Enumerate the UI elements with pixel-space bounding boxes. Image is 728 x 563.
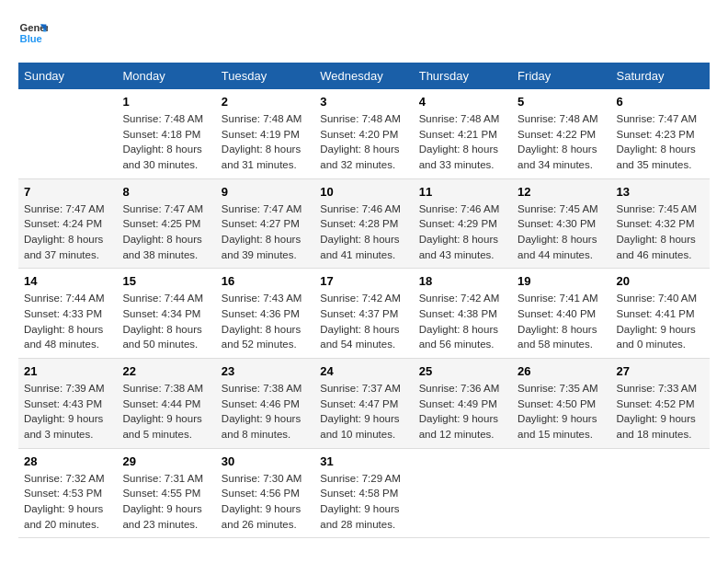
- calendar-cell: 7Sunrise: 7:47 AM Sunset: 4:24 PM Daylig…: [18, 178, 117, 269]
- calendar-cell: 3Sunrise: 7:48 AM Sunset: 4:20 PM Daylig…: [314, 89, 413, 178]
- calendar-cell: 9Sunrise: 7:47 AM Sunset: 4:27 PM Daylig…: [216, 178, 314, 269]
- day-number: 7: [24, 185, 111, 199]
- calendar-cell: 22Sunrise: 7:38 AM Sunset: 4:44 PM Dayli…: [117, 359, 215, 449]
- calendar-cell: 1Sunrise: 7:48 AM Sunset: 4:18 PM Daylig…: [117, 89, 215, 178]
- calendar-table: SundayMondayTuesdayWednesdayThursdayFrid…: [18, 63, 710, 538]
- day-number: 29: [122, 454, 210, 468]
- day-info: Sunrise: 7:46 AM Sunset: 4:28 PM Dayligh…: [320, 201, 407, 263]
- day-number: 31: [320, 454, 407, 468]
- day-info: Sunrise: 7:37 AM Sunset: 4:47 PM Dayligh…: [320, 381, 407, 442]
- day-number: 21: [24, 364, 111, 378]
- day-info: Sunrise: 7:32 AM Sunset: 4:53 PM Dayligh…: [24, 471, 111, 533]
- weekday-header-thursday: Thursday: [414, 63, 512, 89]
- calendar-cell: [611, 448, 710, 538]
- calendar-cell: 24Sunrise: 7:37 AM Sunset: 4:47 PM Dayli…: [314, 359, 413, 449]
- day-number: 6: [617, 95, 704, 109]
- day-number: 18: [419, 274, 506, 288]
- calendar-cell: 28Sunrise: 7:32 AM Sunset: 4:53 PM Dayli…: [18, 448, 117, 538]
- calendar-cell: 26Sunrise: 7:35 AM Sunset: 4:50 PM Dayli…: [512, 359, 610, 449]
- day-info: Sunrise: 7:44 AM Sunset: 4:34 PM Dayligh…: [122, 291, 210, 352]
- day-info: Sunrise: 7:39 AM Sunset: 4:43 PM Dayligh…: [24, 381, 111, 442]
- day-number: 11: [419, 185, 506, 199]
- calendar-cell: 15Sunrise: 7:44 AM Sunset: 4:34 PM Dayli…: [117, 269, 215, 359]
- week-row-4: 21Sunrise: 7:39 AM Sunset: 4:43 PM Dayli…: [18, 359, 710, 449]
- day-info: Sunrise: 7:45 AM Sunset: 4:32 PM Dayligh…: [617, 201, 704, 263]
- day-info: Sunrise: 7:47 AM Sunset: 4:23 PM Dayligh…: [617, 111, 704, 173]
- day-number: 22: [122, 364, 210, 378]
- day-number: 16: [222, 274, 309, 288]
- calendar-cell: 17Sunrise: 7:42 AM Sunset: 4:37 PM Dayli…: [314, 269, 413, 359]
- day-info: Sunrise: 7:33 AM Sunset: 4:52 PM Dayligh…: [617, 381, 704, 442]
- day-info: Sunrise: 7:48 AM Sunset: 4:22 PM Dayligh…: [518, 111, 605, 173]
- weekday-header-wednesday: Wednesday: [314, 63, 413, 89]
- day-info: Sunrise: 7:42 AM Sunset: 4:37 PM Dayligh…: [320, 291, 407, 352]
- day-number: 12: [518, 185, 605, 199]
- calendar-cell: 10Sunrise: 7:46 AM Sunset: 4:28 PM Dayli…: [314, 178, 413, 269]
- day-number: 1: [122, 95, 210, 109]
- svg-text:Blue: Blue: [20, 33, 42, 44]
- calendar-cell: 21Sunrise: 7:39 AM Sunset: 4:43 PM Dayli…: [18, 359, 117, 449]
- calendar-cell: 8Sunrise: 7:47 AM Sunset: 4:25 PM Daylig…: [117, 178, 215, 269]
- day-info: Sunrise: 7:46 AM Sunset: 4:29 PM Dayligh…: [419, 201, 506, 263]
- day-info: Sunrise: 7:38 AM Sunset: 4:44 PM Dayligh…: [122, 381, 210, 442]
- calendar-cell: 27Sunrise: 7:33 AM Sunset: 4:52 PM Dayli…: [611, 359, 710, 449]
- logo-icon: General Blue: [18, 18, 48, 48]
- calendar-cell: 11Sunrise: 7:46 AM Sunset: 4:29 PM Dayli…: [414, 178, 512, 269]
- day-info: Sunrise: 7:48 AM Sunset: 4:20 PM Dayligh…: [320, 111, 407, 173]
- day-number: 26: [518, 364, 605, 378]
- calendar-cell: 23Sunrise: 7:38 AM Sunset: 4:46 PM Dayli…: [216, 359, 314, 449]
- day-info: Sunrise: 7:44 AM Sunset: 4:33 PM Dayligh…: [24, 291, 111, 352]
- day-info: Sunrise: 7:47 AM Sunset: 4:27 PM Dayligh…: [222, 201, 309, 263]
- calendar-cell: 18Sunrise: 7:42 AM Sunset: 4:38 PM Dayli…: [414, 269, 512, 359]
- calendar-cell: 25Sunrise: 7:36 AM Sunset: 4:49 PM Dayli…: [414, 359, 512, 449]
- day-info: Sunrise: 7:31 AM Sunset: 4:55 PM Dayligh…: [122, 471, 210, 533]
- day-number: 27: [617, 364, 704, 378]
- day-info: Sunrise: 7:40 AM Sunset: 4:41 PM Dayligh…: [617, 291, 704, 352]
- day-info: Sunrise: 7:43 AM Sunset: 4:36 PM Dayligh…: [222, 291, 309, 352]
- day-number: 9: [222, 185, 309, 199]
- day-number: 5: [518, 95, 605, 109]
- day-info: Sunrise: 7:47 AM Sunset: 4:25 PM Dayligh…: [122, 201, 210, 263]
- day-number: 20: [617, 274, 704, 288]
- day-info: Sunrise: 7:35 AM Sunset: 4:50 PM Dayligh…: [518, 381, 605, 442]
- day-number: 15: [122, 274, 210, 288]
- calendar-cell: 2Sunrise: 7:48 AM Sunset: 4:19 PM Daylig…: [216, 89, 314, 178]
- calendar-cell: [512, 448, 610, 538]
- calendar-cell: 29Sunrise: 7:31 AM Sunset: 4:55 PM Dayli…: [117, 448, 215, 538]
- week-row-2: 7Sunrise: 7:47 AM Sunset: 4:24 PM Daylig…: [18, 178, 710, 269]
- day-info: Sunrise: 7:45 AM Sunset: 4:30 PM Dayligh…: [518, 201, 605, 263]
- day-number: 19: [518, 274, 605, 288]
- calendar-cell: 16Sunrise: 7:43 AM Sunset: 4:36 PM Dayli…: [216, 269, 314, 359]
- day-info: Sunrise: 7:47 AM Sunset: 4:24 PM Dayligh…: [24, 201, 111, 263]
- logo: General Blue: [18, 18, 51, 48]
- calendar-cell: [414, 448, 512, 538]
- week-row-5: 28Sunrise: 7:32 AM Sunset: 4:53 PM Dayli…: [18, 448, 710, 538]
- weekday-header-sunday: Sunday: [18, 63, 117, 89]
- calendar-cell: 31Sunrise: 7:29 AM Sunset: 4:58 PM Dayli…: [314, 448, 413, 538]
- day-info: Sunrise: 7:29 AM Sunset: 4:58 PM Dayligh…: [320, 471, 407, 533]
- day-number: 10: [320, 185, 407, 199]
- day-info: Sunrise: 7:48 AM Sunset: 4:19 PM Dayligh…: [222, 111, 309, 173]
- calendar-cell: 20Sunrise: 7:40 AM Sunset: 4:41 PM Dayli…: [611, 269, 710, 359]
- calendar-cell: 6Sunrise: 7:47 AM Sunset: 4:23 PM Daylig…: [611, 89, 710, 178]
- calendar-cell: 5Sunrise: 7:48 AM Sunset: 4:22 PM Daylig…: [512, 89, 610, 178]
- weekday-header-friday: Friday: [512, 63, 610, 89]
- day-number: 13: [617, 185, 704, 199]
- day-number: 28: [24, 454, 111, 468]
- day-number: 2: [222, 95, 309, 109]
- day-info: Sunrise: 7:36 AM Sunset: 4:49 PM Dayligh…: [419, 381, 506, 442]
- day-number: 14: [24, 274, 111, 288]
- weekday-header-tuesday: Tuesday: [216, 63, 314, 89]
- calendar-cell: 4Sunrise: 7:48 AM Sunset: 4:21 PM Daylig…: [414, 89, 512, 178]
- day-number: 30: [222, 454, 309, 468]
- day-number: 25: [419, 364, 506, 378]
- calendar-cell: 30Sunrise: 7:30 AM Sunset: 4:56 PM Dayli…: [216, 448, 314, 538]
- week-row-1: 1Sunrise: 7:48 AM Sunset: 4:18 PM Daylig…: [18, 89, 710, 178]
- day-info: Sunrise: 7:38 AM Sunset: 4:46 PM Dayligh…: [222, 381, 309, 442]
- calendar-cell: 19Sunrise: 7:41 AM Sunset: 4:40 PM Dayli…: [512, 269, 610, 359]
- calendar-cell: [18, 89, 117, 178]
- day-info: Sunrise: 7:41 AM Sunset: 4:40 PM Dayligh…: [518, 291, 605, 352]
- page-header: General Blue: [18, 18, 710, 48]
- day-info: Sunrise: 7:48 AM Sunset: 4:18 PM Dayligh…: [122, 111, 210, 173]
- day-info: Sunrise: 7:42 AM Sunset: 4:38 PM Dayligh…: [419, 291, 506, 352]
